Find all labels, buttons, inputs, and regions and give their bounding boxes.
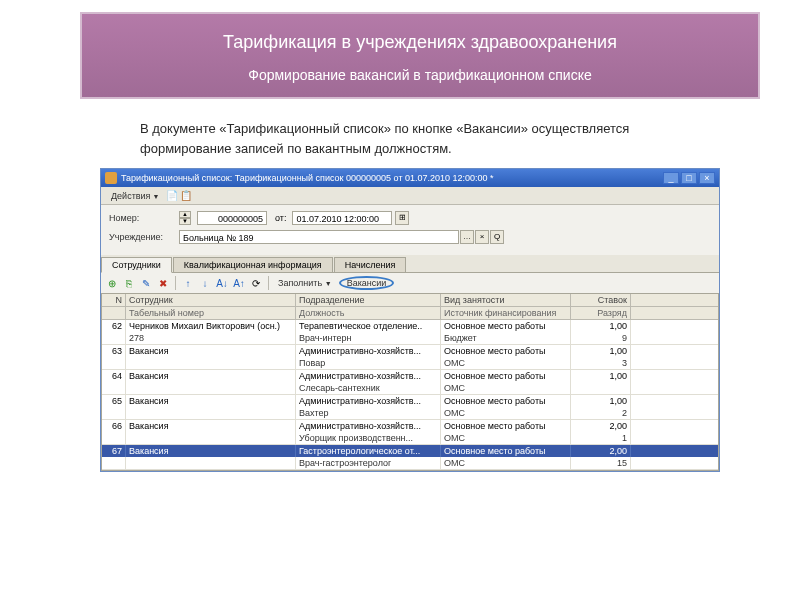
- from-label: от:: [275, 213, 286, 223]
- employees-grid: N Сотрудник Подразделение Вид занятости …: [101, 293, 719, 471]
- form-header: Номер: ▲▼ 000000005 от: 01.07.2010 12:00…: [101, 205, 719, 255]
- window-titlebar[interactable]: Тарификационный список: Тарификационный …: [101, 169, 719, 187]
- menu-toolbar: Действия▼ 📄 📋: [101, 187, 719, 205]
- maximize-button[interactable]: □: [681, 172, 697, 184]
- number-stepper[interactable]: ▲▼: [179, 211, 191, 225]
- window-title: Тарификационный список: Тарификационный …: [121, 173, 663, 183]
- tab-employees[interactable]: Сотрудники: [101, 257, 172, 273]
- col-employment[interactable]: Вид занятости: [441, 294, 571, 306]
- col-rate[interactable]: Ставок: [571, 294, 631, 306]
- close-button[interactable]: ×: [699, 172, 715, 184]
- delete-row-icon[interactable]: ✖: [156, 276, 170, 290]
- grid-header-row: N Сотрудник Подразделение Вид занятости …: [102, 294, 718, 307]
- grid-toolbar: ⊕ ⎘ ✎ ✖ ↑ ↓ A↓ A↑ ⟳ Заполнить ▼ Вакансии: [101, 273, 719, 293]
- grid-subheader-row: Табельный номер Должность Источник финан…: [102, 307, 718, 320]
- col-n[interactable]: N: [102, 294, 126, 306]
- actions-menu[interactable]: Действия▼: [105, 190, 165, 202]
- tab-qualification[interactable]: Квалификационная информация: [173, 257, 333, 272]
- open-button[interactable]: Q: [490, 230, 504, 244]
- table-row[interactable]: 64ВакансияАдминистративно-хозяйств...Осн…: [102, 370, 718, 395]
- number-field[interactable]: 000000005: [197, 211, 267, 225]
- slide-subtitle: Формирование вакансий в тарификационном …: [112, 67, 728, 83]
- col-department[interactable]: Подразделение: [296, 294, 441, 306]
- copy-row-icon[interactable]: ⎘: [122, 276, 136, 290]
- fill-button[interactable]: Заполнить ▼: [274, 277, 336, 289]
- sort-desc-icon[interactable]: A↑: [232, 276, 246, 290]
- table-row[interactable]: 65ВакансияАдминистративно-хозяйств...Осн…: [102, 395, 718, 420]
- col-tabnumber: Табельный номер: [126, 307, 296, 319]
- tab-accruals[interactable]: Начисления: [334, 257, 407, 272]
- chevron-down-icon: ▼: [325, 280, 332, 287]
- select-button[interactable]: …: [460, 230, 474, 244]
- slide-body-text: В документе «Тарификационный список» по …: [140, 119, 720, 158]
- grid-body: 62Черников Михаил Викторович (осн.)Терап…: [102, 320, 718, 470]
- table-row[interactable]: 66ВакансияАдминистративно-хозяйств...Осн…: [102, 420, 718, 445]
- tab-bar: Сотрудники Квалификационная информация Н…: [101, 255, 719, 273]
- chevron-down-icon: ▼: [152, 193, 159, 200]
- table-row[interactable]: 67ВакансияГастроэнтерологическое от...Ос…: [102, 445, 718, 470]
- refresh-icon[interactable]: ⟳: [249, 276, 263, 290]
- slide-header: Тарификация в учреждениях здравоохранени…: [80, 12, 760, 99]
- col-grade: Разряд: [571, 307, 631, 319]
- number-label: Номер:: [109, 213, 179, 223]
- org-field[interactable]: Больница № 189: [179, 230, 459, 244]
- app-icon: [105, 172, 117, 184]
- clear-button[interactable]: ×: [475, 230, 489, 244]
- org-label: Учреждение:: [109, 232, 179, 242]
- toolbar-icon-2[interactable]: 📋: [179, 189, 193, 203]
- col-funding: Источник финансирования: [441, 307, 571, 319]
- toolbar-icon-1[interactable]: 📄: [165, 189, 179, 203]
- edit-row-icon[interactable]: ✎: [139, 276, 153, 290]
- sort-asc-icon[interactable]: A↓: [215, 276, 229, 290]
- col-position: Должность: [296, 307, 441, 319]
- table-row[interactable]: 62Черников Михаил Викторович (осн.)Терап…: [102, 320, 718, 345]
- add-row-icon[interactable]: ⊕: [105, 276, 119, 290]
- actions-menu-label: Действия: [111, 191, 150, 201]
- table-row[interactable]: 63ВакансияАдминистративно-хозяйств...Осн…: [102, 345, 718, 370]
- minimize-button[interactable]: _: [663, 172, 679, 184]
- app-window: Тарификационный список: Тарификационный …: [100, 168, 720, 472]
- move-up-icon[interactable]: ↑: [181, 276, 195, 290]
- move-down-icon[interactable]: ↓: [198, 276, 212, 290]
- col-employee[interactable]: Сотрудник: [126, 294, 296, 306]
- slide-title: Тарификация в учреждениях здравоохранени…: [112, 32, 728, 53]
- vacancies-button[interactable]: Вакансии: [339, 276, 395, 290]
- calendar-icon[interactable]: ⊞: [395, 211, 409, 225]
- date-field[interactable]: 01.07.2010 12:00:00: [292, 211, 392, 225]
